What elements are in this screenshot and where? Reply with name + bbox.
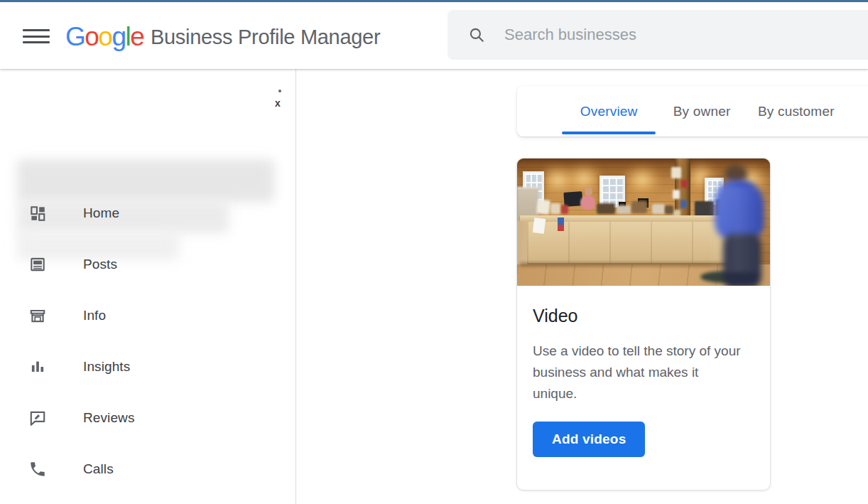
tab-label: By owner xyxy=(673,104,731,119)
search-bar[interactable] xyxy=(447,10,868,60)
tab-label: By customer xyxy=(758,104,835,119)
card-title: Video xyxy=(533,306,754,326)
close-icon[interactable]: x xyxy=(275,98,281,108)
card-description: Use a video to tell the story of your bu… xyxy=(533,341,746,404)
sidebar-item-label: Calls xyxy=(83,461,114,477)
sidebar-item-home[interactable]: Home xyxy=(0,188,295,239)
google-logo: Google xyxy=(65,22,143,52)
storefront-icon xyxy=(28,306,47,325)
app-header: Google Business Profile Manager xyxy=(0,2,868,69)
sidebar-item-posts[interactable]: Posts xyxy=(0,239,295,290)
video-card: Video Use a video to tell the story of y… xyxy=(516,158,771,490)
search-input[interactable] xyxy=(504,26,868,44)
sidebar-item-label: Reviews xyxy=(83,410,135,426)
tab-by-customer[interactable]: By customer xyxy=(758,86,868,136)
logo-letter: g xyxy=(112,22,125,51)
logo-letter: G xyxy=(65,22,85,51)
sidebar-item-calls[interactable]: Calls xyxy=(0,444,295,495)
sidebar-item-label: Info xyxy=(83,308,106,323)
insights-icon xyxy=(28,358,47,376)
app-title: Business Profile Manager xyxy=(151,26,380,49)
posts-icon xyxy=(28,255,47,274)
store-interior-photo xyxy=(517,159,770,286)
reviews-icon xyxy=(28,409,47,427)
tab-overview[interactable]: Overview xyxy=(562,86,656,136)
blurred-dot xyxy=(278,90,281,92)
sidebar-item-reviews[interactable]: Reviews xyxy=(0,392,295,444)
tab-by-owner[interactable]: By owner xyxy=(660,86,744,136)
photos-tab-bar: Overview By owner By customer xyxy=(517,86,868,136)
sidebar-nav: Home Posts Info xyxy=(0,188,295,495)
search-icon xyxy=(467,26,486,44)
add-videos-button[interactable]: Add videos xyxy=(533,422,645,457)
logo-letter: o xyxy=(85,22,98,51)
dashboard-icon xyxy=(28,204,47,222)
logo-letter: e xyxy=(130,22,143,51)
sidebar-item-label: Insights xyxy=(83,359,130,375)
sidebar-item-insights[interactable]: Insights xyxy=(0,341,295,392)
logo-letter: o xyxy=(98,22,112,51)
active-tab-underline xyxy=(562,132,656,134)
phone-icon xyxy=(28,460,47,478)
hamburger-menu-icon[interactable] xyxy=(23,29,50,43)
tab-label: Overview xyxy=(580,104,638,119)
app-window: Google Business Profile Manager x Home xyxy=(0,0,868,504)
sidebar-item-info[interactable]: Info xyxy=(0,290,295,341)
sidebar-item-label: Home xyxy=(83,205,119,221)
sidebar-item-label: Posts xyxy=(83,257,117,272)
